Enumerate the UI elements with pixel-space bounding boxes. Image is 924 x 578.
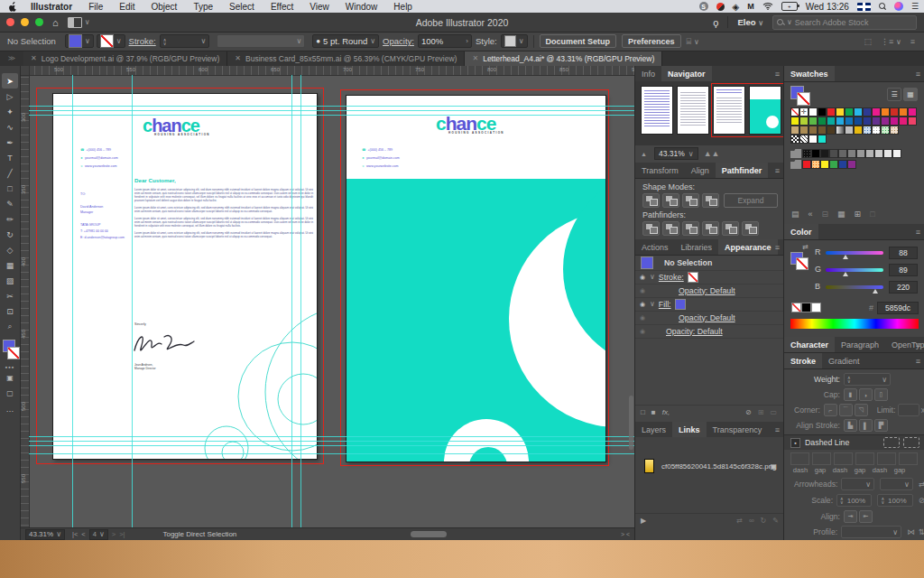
color-mode-icons[interactable]: ▪▪▪ bbox=[5, 364, 14, 370]
cornerbtns-2[interactable]: ⌒ bbox=[839, 404, 853, 416]
selection-tool-icon[interactable]: ➤ bbox=[2, 73, 18, 89]
visibility-eye-icon[interactable]: ◉ bbox=[635, 314, 650, 322]
menu-help[interactable]: Help bbox=[385, 2, 420, 12]
go-to-link-icon[interactable]: ∞ bbox=[749, 517, 754, 525]
tab-stroke[interactable]: Stroke bbox=[784, 353, 822, 368]
visibility-eye-icon[interactable]: ◉ bbox=[635, 301, 650, 308]
color-group-folder-icon[interactable] bbox=[790, 149, 801, 158]
dropbox-icon[interactable]: ◈ bbox=[733, 2, 740, 12]
alignbtns-2[interactable]: ▌ bbox=[859, 419, 873, 432]
navigator-preview[interactable] bbox=[635, 81, 784, 145]
profile-select[interactable]: ∨ bbox=[841, 526, 901, 538]
swatch[interactable] bbox=[811, 160, 820, 169]
arrowhead-end-select[interactable]: ∨ bbox=[880, 478, 913, 490]
tab-character[interactable]: Character bbox=[784, 337, 835, 352]
swatches-panel-menu-icon[interactable]: ≡ bbox=[916, 70, 920, 79]
swap-colors-icon[interactable]: ⇄ bbox=[802, 243, 808, 251]
swatch[interactable] bbox=[811, 149, 820, 158]
horizontal-ruler[interactable]: 500550600650700750800850900 bbox=[20, 66, 634, 76]
scale-end-input[interactable]: ∧∨100% bbox=[877, 494, 912, 507]
swatch[interactable] bbox=[790, 117, 799, 126]
arrowhead-start-select[interactable]: ∨ bbox=[841, 478, 874, 490]
tab-actions[interactable]: Actions bbox=[635, 239, 675, 255]
cornerbtns-1[interactable]: ⌐ bbox=[824, 404, 837, 416]
edit-original-icon[interactable]: ✎ bbox=[772, 517, 779, 525]
capbtns-1[interactable]: ▮ bbox=[844, 388, 857, 401]
horizontal-scrollbar[interactable] bbox=[411, 531, 447, 537]
menu-type[interactable]: Type bbox=[185, 2, 221, 12]
swatch[interactable] bbox=[865, 149, 874, 158]
limit-input[interactable] bbox=[898, 404, 919, 416]
white-chip[interactable] bbox=[811, 303, 821, 312]
tab-gradient[interactable]: Gradient bbox=[822, 353, 866, 368]
fill-swatch[interactable] bbox=[675, 299, 686, 310]
dash-gap-input[interactable] bbox=[877, 452, 896, 465]
menu-edit[interactable]: Edit bbox=[111, 2, 143, 12]
malwarebytes-icon[interactable]: M bbox=[747, 2, 754, 11]
show-link-info-icon[interactable]: ▶ bbox=[641, 517, 646, 525]
swatch[interactable] bbox=[790, 107, 799, 117]
user-menu[interactable]: Eleo ∨ bbox=[737, 17, 763, 27]
swatch[interactable] bbox=[890, 126, 899, 135]
tab-transform[interactable]: Transform bbox=[635, 163, 685, 178]
swatch[interactable] bbox=[854, 126, 863, 135]
color-group-folder-icon[interactable] bbox=[790, 160, 801, 169]
flip-along-icon[interactable]: ⋈ bbox=[907, 527, 915, 536]
siri-icon[interactable] bbox=[894, 2, 903, 11]
tab-align[interactable]: Align bbox=[685, 163, 716, 178]
status-dot-icon[interactable] bbox=[716, 3, 725, 11]
stroke-weight-label[interactable]: Stroke: bbox=[129, 36, 156, 46]
mesh-tool-icon[interactable]: ▦ bbox=[2, 257, 18, 273]
new-effect-icon[interactable]: fx, bbox=[662, 408, 670, 416]
swatch[interactable] bbox=[836, 117, 845, 126]
document-tab[interactable]: ✕Letterhead_A4.ai* @ 43.31% (RGB/GPU Pre… bbox=[465, 51, 662, 66]
swatch[interactable] bbox=[808, 117, 818, 126]
stroke-weight-select[interactable]: ∧∨∨ bbox=[844, 373, 891, 386]
delete-swatch-icon[interactable]: □ bbox=[870, 210, 874, 219]
align2btns-1[interactable]: ⇥ bbox=[844, 510, 857, 523]
tab-appearance[interactable]: Appearance bbox=[718, 239, 778, 255]
new-fill-icon[interactable]: ■ bbox=[651, 408, 656, 416]
last-artboard-button[interactable]: >| bbox=[119, 530, 125, 538]
swatch[interactable] bbox=[818, 126, 827, 135]
tab-navigator[interactable]: Navigator bbox=[661, 66, 712, 81]
new-stroke-icon[interactable]: □ bbox=[641, 408, 645, 416]
variable-width-profile-select[interactable]: ∨ bbox=[217, 34, 305, 48]
swatch[interactable]: ✛ bbox=[799, 107, 808, 117]
tab-links[interactable]: Links bbox=[672, 422, 707, 437]
dashed-line-checkbox[interactable]: ▪ bbox=[790, 438, 800, 448]
swatch[interactable] bbox=[818, 117, 827, 126]
stroke-color-picker[interactable]: ∨ bbox=[97, 34, 125, 48]
spotlight-icon[interactable] bbox=[879, 3, 886, 10]
swatch[interactable] bbox=[827, 107, 836, 117]
align-options-icon[interactable]: ⌸ ∨ bbox=[687, 36, 699, 47]
gradient-tool-icon[interactable]: ▨ bbox=[2, 273, 18, 288]
link-item-row[interactable]: cf05ff85620041.5d8145c6f328c.png ▣ bbox=[635, 457, 784, 475]
fill-stroke-control[interactable] bbox=[1, 340, 19, 361]
menu-illustrator[interactable]: Illustrator bbox=[23, 2, 80, 12]
grid-view-icon[interactable]: ▦ bbox=[903, 88, 918, 101]
document-tab[interactable]: ✕Business Card_85x55mm.ai @ 56.39% (CMYK… bbox=[227, 51, 465, 66]
document-setup-button[interactable]: Document Setup bbox=[540, 34, 617, 48]
canvas[interactable]: 500550600650700750800850900 300350400450… bbox=[20, 66, 634, 540]
swatch[interactable] bbox=[881, 117, 890, 126]
opacity-label[interactable]: Opacity: bbox=[383, 36, 414, 46]
link-scale-icon[interactable]: ⊘ bbox=[919, 496, 924, 505]
pencil-tool-icon[interactable]: ✏ bbox=[2, 211, 18, 227]
tab-paragraph[interactable]: Paragraph bbox=[835, 337, 885, 352]
menubar-clock[interactable]: Wed 13:26 bbox=[806, 2, 849, 12]
swatch[interactable] bbox=[863, 117, 872, 126]
swatch[interactable] bbox=[908, 107, 917, 117]
stroke-panel-menu-icon[interactable]: ≡ bbox=[916, 357, 920, 366]
flip-across-icon[interactable]: ⇅ bbox=[919, 527, 924, 536]
swatch[interactable] bbox=[890, 107, 899, 117]
toolbar-collapse-icon[interactable]: ≫ bbox=[0, 51, 23, 66]
pathfinder-panel-menu-icon[interactable]: ≡ bbox=[775, 166, 780, 175]
navigator-panel-menu-icon[interactable]: ≡ bbox=[775, 70, 780, 79]
hex-value-input[interactable]: 5859dc bbox=[877, 302, 919, 314]
appearance-row[interactable]: ◉Opacity: Default bbox=[635, 284, 784, 298]
menu-file[interactable]: File bbox=[80, 2, 111, 12]
capbtns-2[interactable]: ◗ bbox=[859, 388, 873, 401]
swatch[interactable] bbox=[892, 149, 901, 158]
scale-start-input[interactable]: ∧∨100% bbox=[836, 494, 872, 507]
